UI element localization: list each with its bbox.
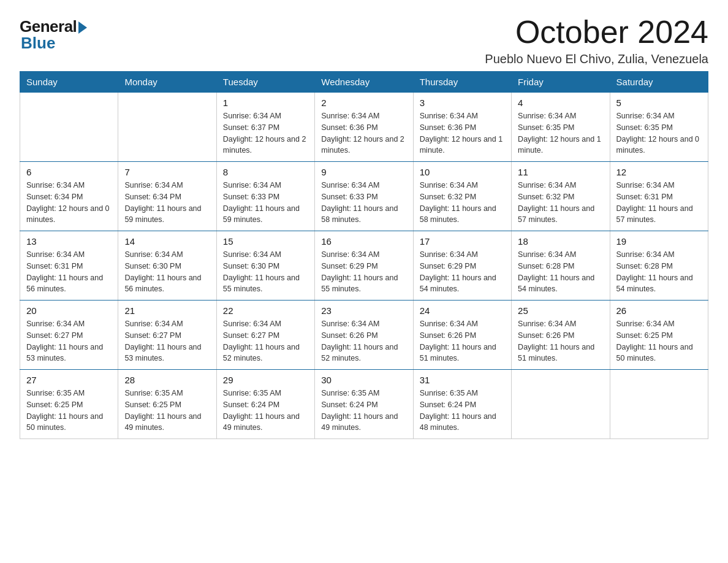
header-sunday: Sunday bbox=[20, 72, 118, 93]
day-info: Sunrise: 6:34 AMSunset: 6:29 PMDaylight:… bbox=[420, 249, 505, 295]
day-info: Sunrise: 6:34 AMSunset: 6:25 PMDaylight:… bbox=[616, 318, 702, 364]
location-title: Pueblo Nuevo El Chivo, Zulia, Venezuela bbox=[485, 52, 708, 66]
calendar-cell-w2-d5: 10Sunrise: 6:34 AMSunset: 6:32 PMDayligh… bbox=[413, 162, 511, 231]
calendar-cell-w1-d4: 2Sunrise: 6:34 AMSunset: 6:36 PMDaylight… bbox=[315, 93, 413, 162]
day-number: 20 bbox=[26, 305, 112, 316]
day-info: Sunrise: 6:34 AMSunset: 6:26 PMDaylight:… bbox=[321, 318, 406, 364]
day-number: 17 bbox=[420, 236, 505, 247]
page-header: General Blue October 2024 Pueblo Nuevo E… bbox=[20, 15, 708, 66]
calendar-cell-w3-d4: 16Sunrise: 6:34 AMSunset: 6:29 PMDayligh… bbox=[315, 231, 413, 301]
day-number: 28 bbox=[124, 375, 210, 385]
day-number: 27 bbox=[26, 375, 112, 385]
day-info: Sunrise: 6:34 AMSunset: 6:27 PMDaylight:… bbox=[124, 318, 210, 364]
calendar-cell-w2-d6: 11Sunrise: 6:34 AMSunset: 6:32 PMDayligh… bbox=[512, 162, 610, 231]
day-number: 4 bbox=[518, 98, 603, 108]
day-number: 11 bbox=[518, 167, 603, 177]
day-number: 30 bbox=[321, 375, 406, 385]
calendar-cell-w4-d5: 24Sunrise: 6:34 AMSunset: 6:26 PMDayligh… bbox=[413, 301, 511, 370]
day-info: Sunrise: 6:34 AMSunset: 6:26 PMDaylight:… bbox=[420, 318, 505, 364]
calendar-cell-w2-d2: 7Sunrise: 6:34 AMSunset: 6:34 PMDaylight… bbox=[118, 162, 216, 231]
header-friday: Friday bbox=[512, 72, 610, 93]
header-monday: Monday bbox=[118, 72, 216, 93]
calendar-cell-w1-d3: 1Sunrise: 6:34 AMSunset: 6:37 PMDaylight… bbox=[216, 93, 314, 162]
day-info: Sunrise: 6:34 AMSunset: 6:35 PMDaylight:… bbox=[518, 110, 603, 156]
day-number: 1 bbox=[223, 98, 308, 108]
calendar-cell-w5-d2: 28Sunrise: 6:35 AMSunset: 6:25 PMDayligh… bbox=[118, 370, 216, 439]
day-number: 10 bbox=[420, 167, 505, 177]
week-row-2: 6Sunrise: 6:34 AMSunset: 6:34 PMDaylight… bbox=[20, 162, 708, 231]
day-number: 31 bbox=[420, 375, 505, 385]
day-info: Sunrise: 6:34 AMSunset: 6:32 PMDaylight:… bbox=[518, 180, 603, 226]
day-number: 22 bbox=[223, 305, 308, 316]
day-info: Sunrise: 6:34 AMSunset: 6:26 PMDaylight:… bbox=[518, 318, 603, 364]
day-info: Sunrise: 6:34 AMSunset: 6:33 PMDaylight:… bbox=[321, 180, 406, 226]
calendar-cell-w4-d4: 23Sunrise: 6:34 AMSunset: 6:26 PMDayligh… bbox=[315, 301, 413, 370]
day-info: Sunrise: 6:34 AMSunset: 6:31 PMDaylight:… bbox=[26, 249, 112, 295]
calendar-cell-w5-d3: 29Sunrise: 6:35 AMSunset: 6:24 PMDayligh… bbox=[216, 370, 314, 439]
day-number: 6 bbox=[26, 167, 112, 177]
week-row-3: 13Sunrise: 6:34 AMSunset: 6:31 PMDayligh… bbox=[20, 231, 708, 301]
logo-blue-text: Blue bbox=[21, 34, 55, 53]
calendar-cell-w5-d5: 31Sunrise: 6:35 AMSunset: 6:24 PMDayligh… bbox=[413, 370, 511, 439]
calendar-cell-w5-d6 bbox=[512, 370, 610, 439]
day-info: Sunrise: 6:35 AMSunset: 6:24 PMDaylight:… bbox=[223, 388, 308, 434]
calendar-cell-w3-d5: 17Sunrise: 6:34 AMSunset: 6:29 PMDayligh… bbox=[413, 231, 511, 301]
calendar-cell-w1-d7: 5Sunrise: 6:34 AMSunset: 6:35 PMDaylight… bbox=[610, 93, 708, 162]
calendar-cell-w3-d6: 18Sunrise: 6:34 AMSunset: 6:28 PMDayligh… bbox=[512, 231, 610, 301]
week-row-4: 20Sunrise: 6:34 AMSunset: 6:27 PMDayligh… bbox=[20, 301, 708, 370]
day-number: 24 bbox=[420, 305, 505, 316]
calendar-cell-w2-d4: 9Sunrise: 6:34 AMSunset: 6:33 PMDaylight… bbox=[315, 162, 413, 231]
day-info: Sunrise: 6:34 AMSunset: 6:27 PMDaylight:… bbox=[26, 318, 112, 364]
day-number: 21 bbox=[124, 305, 210, 316]
calendar-cell-w3-d3: 15Sunrise: 6:34 AMSunset: 6:30 PMDayligh… bbox=[216, 231, 314, 301]
week-row-1: 1Sunrise: 6:34 AMSunset: 6:37 PMDaylight… bbox=[20, 93, 708, 162]
day-number: 14 bbox=[124, 236, 210, 247]
day-number: 16 bbox=[321, 236, 406, 247]
calendar-cell-w5-d4: 30Sunrise: 6:35 AMSunset: 6:24 PMDayligh… bbox=[315, 370, 413, 439]
day-info: Sunrise: 6:34 AMSunset: 6:29 PMDaylight:… bbox=[321, 249, 406, 295]
calendar-cell-w4-d6: 25Sunrise: 6:34 AMSunset: 6:26 PMDayligh… bbox=[512, 301, 610, 370]
day-number: 3 bbox=[420, 98, 505, 108]
calendar-cell-w3-d7: 19Sunrise: 6:34 AMSunset: 6:28 PMDayligh… bbox=[610, 231, 708, 301]
header-wednesday: Wednesday bbox=[315, 72, 413, 93]
day-info: Sunrise: 6:34 AMSunset: 6:30 PMDaylight:… bbox=[223, 249, 308, 295]
calendar-cell-w1-d2 bbox=[118, 93, 216, 162]
calendar-cell-w3-d1: 13Sunrise: 6:34 AMSunset: 6:31 PMDayligh… bbox=[20, 231, 118, 301]
logo-arrow-icon bbox=[78, 21, 87, 34]
day-number: 15 bbox=[223, 236, 308, 247]
day-info: Sunrise: 6:34 AMSunset: 6:35 PMDaylight:… bbox=[616, 110, 702, 156]
day-info: Sunrise: 6:34 AMSunset: 6:31 PMDaylight:… bbox=[616, 180, 702, 226]
day-info: Sunrise: 6:34 AMSunset: 6:27 PMDaylight:… bbox=[223, 318, 308, 364]
day-info: Sunrise: 6:34 AMSunset: 6:37 PMDaylight:… bbox=[223, 110, 308, 156]
day-number: 7 bbox=[124, 167, 210, 177]
day-info: Sunrise: 6:34 AMSunset: 6:28 PMDaylight:… bbox=[518, 249, 603, 295]
calendar-cell-w4-d2: 21Sunrise: 6:34 AMSunset: 6:27 PMDayligh… bbox=[118, 301, 216, 370]
calendar-cell-w1-d5: 3Sunrise: 6:34 AMSunset: 6:36 PMDaylight… bbox=[413, 93, 511, 162]
day-info: Sunrise: 6:34 AMSunset: 6:33 PMDaylight:… bbox=[223, 180, 308, 226]
weekday-header-row: Sunday Monday Tuesday Wednesday Thursday… bbox=[20, 72, 708, 93]
calendar-cell-w4-d1: 20Sunrise: 6:34 AMSunset: 6:27 PMDayligh… bbox=[20, 301, 118, 370]
day-info: Sunrise: 6:35 AMSunset: 6:25 PMDaylight:… bbox=[26, 388, 112, 434]
calendar-cell-w2-d1: 6Sunrise: 6:34 AMSunset: 6:34 PMDaylight… bbox=[20, 162, 118, 231]
day-number: 12 bbox=[616, 167, 702, 177]
header-saturday: Saturday bbox=[610, 72, 708, 93]
title-block: October 2024 Pueblo Nuevo El Chivo, Zuli… bbox=[485, 15, 708, 66]
day-number: 19 bbox=[616, 236, 702, 247]
day-info: Sunrise: 6:34 AMSunset: 6:30 PMDaylight:… bbox=[124, 249, 210, 295]
day-info: Sunrise: 6:35 AMSunset: 6:25 PMDaylight:… bbox=[124, 388, 210, 434]
day-info: Sunrise: 6:35 AMSunset: 6:24 PMDaylight:… bbox=[321, 388, 406, 434]
day-number: 8 bbox=[223, 167, 308, 177]
day-number: 29 bbox=[223, 375, 308, 385]
day-number: 26 bbox=[616, 305, 702, 316]
logo: General Blue bbox=[20, 17, 87, 53]
day-info: Sunrise: 6:35 AMSunset: 6:24 PMDaylight:… bbox=[420, 388, 505, 434]
day-number: 25 bbox=[518, 305, 603, 316]
day-number: 9 bbox=[321, 167, 406, 177]
calendar-table: Sunday Monday Tuesday Wednesday Thursday… bbox=[20, 71, 708, 439]
calendar-cell-w1-d1 bbox=[20, 93, 118, 162]
week-row-5: 27Sunrise: 6:35 AMSunset: 6:25 PMDayligh… bbox=[20, 370, 708, 439]
day-info: Sunrise: 6:34 AMSunset: 6:28 PMDaylight:… bbox=[616, 249, 702, 295]
day-number: 23 bbox=[321, 305, 406, 316]
calendar-cell-w5-d7 bbox=[610, 370, 708, 439]
day-number: 2 bbox=[321, 98, 406, 108]
